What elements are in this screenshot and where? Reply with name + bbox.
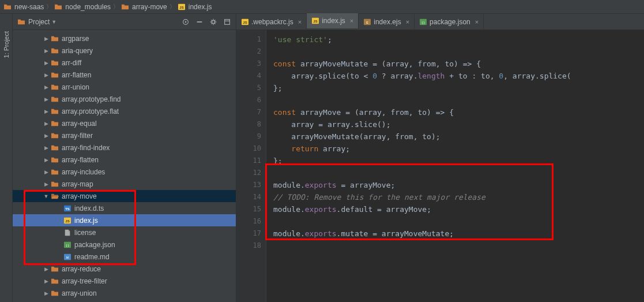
side-tool-bar[interactable]: 1: Project xyxy=(0,14,13,302)
tree-item[interactable]: ▶array.prototype.flat xyxy=(13,105,236,117)
project-panel: Project ▼ ▶argparse▶aria-query▶arr-diff▶… xyxy=(13,14,236,302)
close-icon[interactable]: × xyxy=(475,18,479,25)
tree-item[interactable]: ▶array-includes xyxy=(13,166,236,178)
tree-arrow-icon[interactable]: ▶ xyxy=(42,84,51,90)
tree-arrow-icon[interactable]: ▶ xyxy=(42,60,51,66)
ejs-icon xyxy=(363,18,371,25)
tree-item[interactable]: index.js xyxy=(13,214,236,226)
line-number: 7 xyxy=(236,106,261,118)
breadcrumb-item[interactable]: node_modules xyxy=(54,3,111,11)
tree-arrow-icon[interactable]: ▼ xyxy=(42,193,51,199)
tree-item[interactable]: ▶array-reduce xyxy=(13,263,236,275)
code-line[interactable]: module.exports.mutate = arrayMoveMutate; xyxy=(273,228,644,240)
editor-area: .webpackrc.js×index.js×index.ejs×package… xyxy=(236,14,644,302)
code-line[interactable]: array = array.slice(); xyxy=(273,118,644,131)
folder-icon xyxy=(51,59,59,66)
tree-item[interactable]: ▶argparse xyxy=(13,32,236,44)
tree-item[interactable]: ▶array-equal xyxy=(13,117,236,129)
tree-item-label: readme.md xyxy=(74,253,110,261)
code-line[interactable]: }; xyxy=(273,155,644,167)
folder-icon xyxy=(121,3,129,10)
tree-arrow-icon[interactable]: ▶ xyxy=(42,157,51,163)
line-number: 11 xyxy=(236,155,261,167)
folder-icon xyxy=(51,278,59,285)
tree-item-label: aria-query xyxy=(62,47,93,55)
code-line[interactable]: const arrayMove = (array, from, to) => { xyxy=(273,106,644,118)
close-icon[interactable]: × xyxy=(298,18,302,25)
hide-icon[interactable] xyxy=(223,18,231,26)
code-line[interactable]: array.splice(to < 0 ? array.length + to … xyxy=(273,70,644,82)
code-line[interactable]: 'use strict'; xyxy=(273,33,644,46)
file-icon xyxy=(63,229,71,236)
tree-arrow-icon[interactable]: ▶ xyxy=(42,181,51,187)
tree-item[interactable]: ▶array-find-index xyxy=(13,141,236,154)
tree-item[interactable]: ▶array.prototype.find xyxy=(13,93,236,105)
chevron-down-icon[interactable]: ▼ xyxy=(51,19,57,25)
code-line[interactable]: arrayMoveMutate(array, from, to); xyxy=(273,131,644,143)
tree-item[interactable]: index.d.ts xyxy=(13,202,236,214)
tree-item[interactable]: ▶array-map xyxy=(13,178,236,190)
tree-item[interactable]: ▶array-filter xyxy=(13,129,236,141)
tree-item[interactable]: ▶arr-union xyxy=(13,81,236,93)
target-icon[interactable] xyxy=(182,18,190,26)
editor-tab[interactable]: .webpackrc.js× xyxy=(236,14,307,29)
tree-arrow-icon[interactable]: ▶ xyxy=(42,290,51,296)
tree-item[interactable]: ▶arr-flatten xyxy=(13,69,236,81)
tree-item-label: arr-flatten xyxy=(62,71,91,79)
code-content[interactable]: 'use strict'; const arrayMoveMutate = (a… xyxy=(266,30,644,302)
code-editor[interactable]: 123456789101112131415161718 'use strict'… xyxy=(236,30,644,302)
tree-arrow-icon[interactable]: ▶ xyxy=(42,278,51,284)
tree-arrow-icon[interactable]: ▶ xyxy=(42,72,51,78)
code-line[interactable]: module.exports.default = arrayMove; xyxy=(273,203,644,215)
tree-item-label: package.json xyxy=(74,241,115,249)
code-line[interactable] xyxy=(273,167,644,179)
tree-arrow-icon[interactable]: ▶ xyxy=(42,96,51,102)
tree-arrow-icon[interactable]: ▶ xyxy=(42,169,51,175)
breadcrumb-item[interactable]: array-move xyxy=(121,3,167,11)
side-tool-project-label[interactable]: 1: Project xyxy=(3,31,10,58)
editor-tab[interactable]: package.json× xyxy=(415,14,484,29)
close-icon[interactable]: × xyxy=(350,17,353,24)
gear-icon[interactable] xyxy=(209,18,217,26)
code-line[interactable]: return array; xyxy=(273,143,644,155)
tree-arrow-icon[interactable]: ▶ xyxy=(42,36,51,42)
code-line[interactable]: module.exports = arrayMove; xyxy=(273,179,644,191)
tree-item-label: array-map xyxy=(62,180,93,188)
tree-arrow-icon[interactable]: ▶ xyxy=(42,145,51,151)
tree-item[interactable]: ▶array-tree-filter xyxy=(13,275,236,287)
code-line[interactable] xyxy=(273,240,644,252)
code-line[interactable]: // TODO: Remove this for the next major … xyxy=(273,191,644,203)
folder-icon xyxy=(51,120,59,127)
code-line[interactable] xyxy=(273,46,644,58)
tree-item[interactable]: readme.md xyxy=(13,251,236,263)
tree-arrow-icon[interactable]: ▶ xyxy=(42,121,51,126)
tree-arrow-icon[interactable]: ▶ xyxy=(42,109,51,114)
tree-item[interactable]: ▶array-flatten xyxy=(13,154,236,166)
tree-arrow-icon[interactable]: ▶ xyxy=(42,133,51,139)
tree-item[interactable]: ▶arr-diff xyxy=(13,57,236,69)
tree-arrow-icon[interactable]: ▶ xyxy=(42,266,51,272)
project-panel-header: Project ▼ xyxy=(13,14,236,30)
tree-item[interactable]: package.json xyxy=(13,238,236,251)
project-tree[interactable]: ▶argparse▶aria-query▶arr-diff▶arr-flatte… xyxy=(13,30,236,302)
close-icon[interactable]: × xyxy=(406,18,409,25)
code-line[interactable]: }; xyxy=(273,82,644,94)
project-header-title[interactable]: Project xyxy=(28,18,50,26)
tree-item[interactable]: ▼array-move xyxy=(13,190,236,202)
editor-tab[interactable]: index.js× xyxy=(307,13,359,29)
code-line[interactable] xyxy=(273,215,644,228)
code-line[interactable] xyxy=(273,94,644,106)
tree-item[interactable]: ▶aria-query xyxy=(13,44,236,57)
editor-tab[interactable]: index.ejs× xyxy=(359,14,415,29)
tree-item-label: array-find-index xyxy=(62,144,110,152)
tree-item[interactable]: ▶array-union xyxy=(13,287,236,299)
breadcrumb-item[interactable]: new-saas xyxy=(3,3,44,11)
tree-arrow-icon[interactable]: ▶ xyxy=(42,48,51,54)
tree-item[interactable]: license xyxy=(13,226,236,238)
tab-label: index.ejs xyxy=(374,18,401,26)
collapse-all-icon[interactable] xyxy=(195,18,204,26)
line-number: 6 xyxy=(236,94,261,106)
code-line[interactable]: const arrayMoveMutate = (array, from, to… xyxy=(273,58,644,70)
breadcrumb-item[interactable]: index.js xyxy=(178,3,212,11)
line-gutter: 123456789101112131415161718 xyxy=(236,30,266,302)
